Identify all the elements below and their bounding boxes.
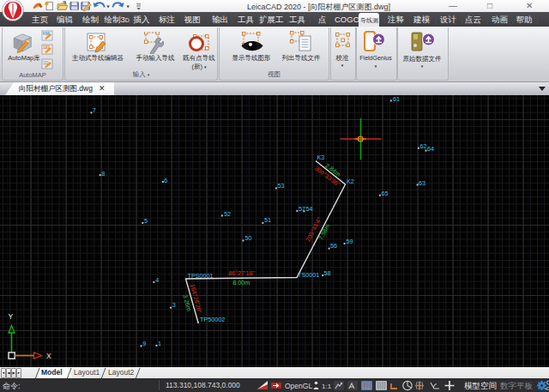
svg-text:数字平板: 数字平板 [500, 381, 534, 390]
svg-text:56: 56 [330, 242, 337, 250]
svg-text:59: 59 [347, 238, 353, 245]
svg-text:4: 4 [155, 276, 159, 284]
svg-text:TS0001: TS0001 [298, 271, 319, 279]
svg-text:8: 8 [101, 170, 105, 178]
svg-text:6: 6 [164, 177, 167, 184]
svg-text:62: 62 [420, 142, 427, 150]
svg-text:58: 58 [324, 269, 331, 277]
svg-text:5: 5 [144, 217, 148, 225]
svg-text:3: 3 [172, 301, 176, 309]
svg-text:57: 57 [299, 205, 305, 213]
svg-text:OpenGL: OpenGL [285, 382, 312, 390]
svg-text:65: 65 [382, 190, 389, 197]
svg-text:K2: K2 [347, 178, 354, 185]
svg-text:9: 9 [142, 340, 146, 347]
svg-text:模型空间: 模型空间 [464, 381, 497, 390]
svg-text:53: 53 [278, 182, 285, 190]
svg-text:63: 63 [419, 179, 425, 187]
svg-text:52: 52 [224, 210, 231, 218]
svg-text:K3: K3 [317, 154, 325, 161]
svg-text:54: 54 [306, 205, 313, 213]
svg-text:51: 51 [264, 216, 271, 224]
svg-text:TP50002: TP50002 [200, 316, 225, 323]
svg-text:1:1: 1:1 [322, 383, 332, 390]
svg-text:7: 7 [93, 106, 96, 114]
svg-text:64: 64 [427, 145, 434, 153]
svg-text:Y: Y [9, 312, 14, 321]
svg-text:61: 61 [393, 95, 400, 103]
svg-text:50: 50 [244, 234, 251, 242]
svg-text:X: X [46, 352, 51, 360]
svg-text:86°27'18": 86°27'18" [228, 269, 255, 277]
svg-text:8.00m: 8.00m [232, 279, 250, 286]
svg-text:1: 1 [158, 340, 161, 347]
svg-text:TPS0001: TPS0001 [188, 272, 214, 280]
